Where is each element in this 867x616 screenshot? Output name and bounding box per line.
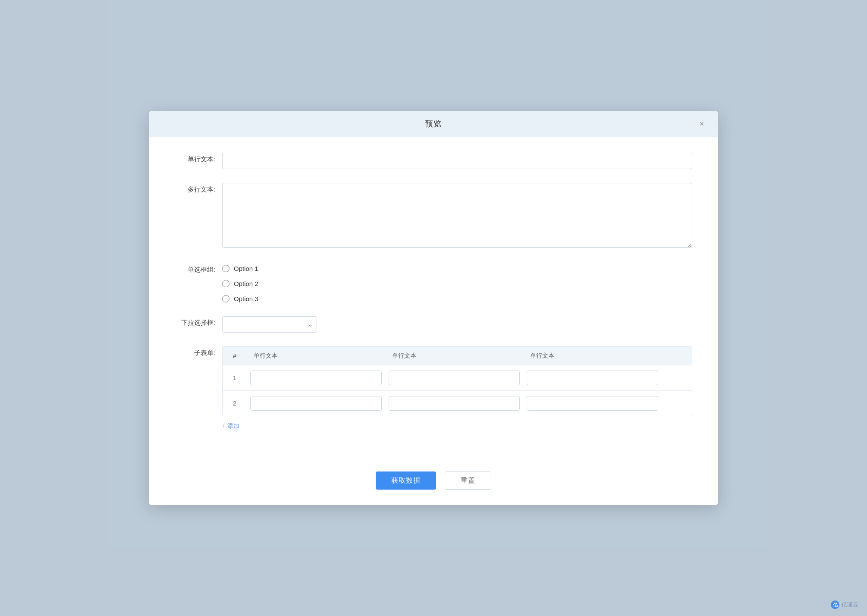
row-index-1: 1	[223, 365, 247, 391]
subtable-head: # 单行文本 单行文本 单行文本	[223, 347, 692, 365]
radio-group-label: 单选框组:	[175, 263, 222, 274]
subtable-input-1-1[interactable]	[250, 371, 382, 385]
row-2-col-2	[385, 391, 524, 416]
radio-input-1[interactable]	[222, 265, 229, 272]
subtable-col-2: 单行文本	[385, 347, 524, 365]
subtable-body: 1	[223, 365, 692, 416]
subtable-col-index: #	[223, 347, 247, 365]
radio-group: Option 1 Option 2 Option 3	[222, 263, 692, 302]
radio-input-2[interactable]	[222, 280, 229, 287]
subtable-input-2-1[interactable]	[250, 396, 382, 411]
single-text-control	[222, 153, 692, 169]
row-1-col-3	[523, 365, 662, 391]
add-row-button[interactable]: + 添加	[222, 422, 239, 430]
subtable-wrap: # 单行文本 单行文本 单行文本 1	[222, 346, 692, 416]
single-text-row: 单行文本:	[175, 153, 692, 169]
watermark-text: 亿谨云	[842, 601, 858, 609]
radio-input-3[interactable]	[222, 295, 229, 302]
subtable-input-2-2[interactable]	[389, 396, 520, 411]
subtable-header-row: # 单行文本 单行文本 单行文本	[223, 347, 692, 365]
subtable-input-1-3[interactable]	[527, 371, 658, 385]
table-row: 2	[223, 391, 692, 416]
radio-group-control: Option 1 Option 2 Option 3	[222, 263, 692, 302]
dialog: 预览 × 单行文本: 多行文本: 单选框组:	[149, 111, 718, 505]
watermark-icon: 亿	[831, 600, 839, 609]
row-2-action	[662, 391, 692, 416]
radio-label-1: Option 1	[234, 265, 258, 272]
multi-text-label: 多行文本:	[175, 183, 222, 194]
close-button[interactable]: ×	[696, 118, 708, 130]
radio-label-2: Option 2	[234, 280, 258, 287]
dialog-body: 单行文本: 多行文本: 单选框组: Op	[149, 137, 718, 459]
radio-group-row: 单选框组: Option 1 Option 2 Opti	[175, 263, 692, 302]
row-1-col-1	[247, 365, 385, 391]
dropdown-select[interactable]	[222, 316, 317, 333]
row-1-action	[662, 365, 692, 391]
subtable-col-3: 单行文本	[523, 347, 662, 365]
submit-button[interactable]: 获取数据	[376, 471, 436, 490]
subtable-row: 子表单: # 单行文本 单行文本 单行文本	[175, 346, 692, 430]
radio-option-3[interactable]: Option 3	[222, 295, 692, 302]
row-1-col-2	[385, 365, 524, 391]
single-text-label: 单行文本:	[175, 153, 222, 163]
dialog-title: 预览	[425, 119, 442, 129]
subtable-label: 子表单:	[175, 346, 222, 357]
watermark: 亿 亿谨云	[831, 600, 858, 609]
dialog-overlay: 预览 × 单行文本: 多行文本: 单选框组:	[0, 0, 867, 616]
radio-option-1[interactable]: Option 1	[222, 265, 692, 272]
table-row: 1	[223, 365, 692, 391]
dropdown-control: ⌄	[222, 316, 692, 333]
row-2-col-1	[247, 391, 385, 416]
select-wrap: ⌄	[222, 316, 317, 333]
subtable-control: # 单行文本 单行文本 单行文本 1	[222, 346, 692, 430]
subtable: # 单行文本 单行文本 单行文本 1	[223, 347, 692, 416]
dialog-footer: 获取数据 重置	[149, 459, 718, 505]
subtable-input-1-2[interactable]	[389, 371, 520, 385]
multi-text-control	[222, 183, 692, 249]
reset-button[interactable]: 重置	[445, 471, 491, 490]
radio-label-3: Option 3	[234, 295, 258, 302]
row-index-2: 2	[223, 391, 247, 416]
multi-text-input[interactable]	[222, 183, 692, 248]
multi-text-row: 多行文本:	[175, 183, 692, 249]
radio-option-2[interactable]: Option 2	[222, 280, 692, 287]
single-text-input[interactable]	[222, 153, 692, 169]
dropdown-label: 下拉选择框:	[175, 316, 222, 327]
dropdown-row: 下拉选择框: ⌄	[175, 316, 692, 333]
row-2-col-3	[523, 391, 662, 416]
dialog-header: 预览 ×	[149, 111, 718, 137]
subtable-col-action	[662, 347, 692, 365]
subtable-input-2-3[interactable]	[527, 396, 658, 411]
subtable-col-1: 单行文本	[247, 347, 385, 365]
